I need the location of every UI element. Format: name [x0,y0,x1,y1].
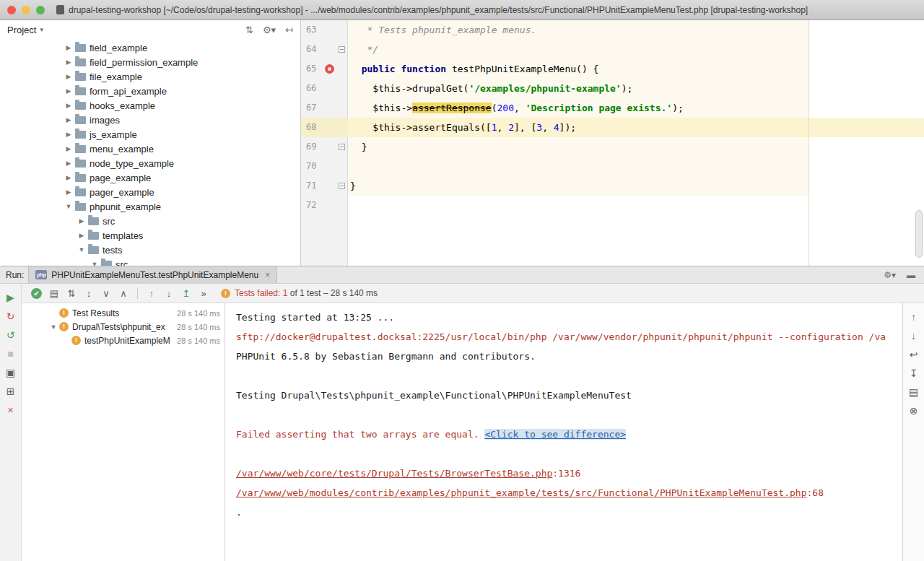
project-tree-item[interactable]: ▼phpunit_example [0,199,300,214]
restore-layout-icon[interactable]: ▣ [0,363,21,382]
project-tree-item[interactable]: ▶templates [0,228,300,243]
stack-trace-link[interactable]: /var/www/web/modules/contrib/examples/ph… [236,487,807,498]
close-window-button[interactable] [7,6,16,14]
next-stack-frame-icon[interactable]: ↓ [903,326,924,345]
editor-gutter[interactable]: 63 [301,20,348,40]
project-tree-item[interactable]: ▶node_type_example [0,156,300,170]
fold-marker-icon[interactable] [339,144,345,150]
editor-line[interactable]: 63 * Tests phpunit_example menus. [301,20,924,40]
editor-line[interactable]: 67 $this->assertResponse(200, 'Descripti… [301,98,924,118]
test-tree-item[interactable]: !testPhpUnitExampleM28 s 140 ms [22,334,225,347]
test-tree-item[interactable]: !Test Results28 s 140 ms [22,306,225,320]
settings-gear-icon[interactable]: ⚙▾ [263,25,276,35]
close-tab-icon[interactable]: × [265,270,270,280]
chevron-right-icon[interactable]: ▶ [64,73,74,80]
project-tree-item[interactable]: ▶images [0,113,300,127]
editor-gutter[interactable]: 66 [301,79,348,98]
sort-by-duration-icon[interactable]: ⇅ [63,288,80,299]
toggle-auto-test-icon[interactable]: ↺ [0,326,21,344]
editor-line[interactable]: 65 public function testPhpUnitExampleMen… [301,59,924,79]
project-tree-item[interactable]: ▼src [0,257,300,266]
test-tree-item[interactable]: ▼!Drupal\Tests\phpunit_ex28 s 140 ms [22,320,225,334]
project-tree-item[interactable]: ▼tests [0,243,300,257]
expand-all-icon[interactable]: ∨ [97,288,115,299]
editor[interactable]: 63 * Tests phpunit_example menus.64 */65… [301,20,924,266]
editor-line[interactable]: 71} [301,176,924,196]
hide-window-icon[interactable]: ▬ [907,270,915,280]
editor-gutter[interactable]: 65 [301,59,348,79]
chevron-right-icon[interactable]: ▶ [64,58,74,66]
hide-panel-icon[interactable]: ↤ [285,25,293,35]
sort-alphabetically-icon[interactable]: ↕ [80,288,97,299]
editor-gutter[interactable]: 67 [301,98,348,118]
fold-marker-icon[interactable] [339,183,345,189]
project-tree-item[interactable]: ▶field_permission_example [0,55,300,69]
minimize-window-button[interactable] [22,6,30,14]
project-tree-item[interactable]: ▶field_example [0,40,300,55]
editor-line[interactable]: 72 [301,196,924,215]
chevron-right-icon[interactable]: ▶ [64,131,74,138]
stack-trace-link[interactable]: /var/www/web/core/tests/Drupal/Tests/Bro… [236,468,552,479]
rerun-failed-tests-icon[interactable]: ↻ [0,307,21,326]
settings-gear-icon[interactable]: ⚙▾ [884,270,896,280]
soft-wrap-icon[interactable]: ↩ [903,345,924,364]
editor-gutter[interactable]: 64 [301,40,348,59]
editor-gutter[interactable]: 71 [301,176,348,196]
import-test-results-icon[interactable]: ↥ [178,288,195,299]
project-tree-item[interactable]: ▶page_example [0,170,300,185]
chevron-down-icon[interactable]: ▾ [40,26,43,33]
prev-stack-frame-icon[interactable]: ↑ [903,308,924,326]
editor-line[interactable]: 64 */ [301,40,924,59]
project-panel-title[interactable]: Project [7,25,36,35]
clear-all-icon[interactable]: ⊗ [903,401,924,420]
breakpoint-icon[interactable] [325,64,334,74]
more-options-icon[interactable]: » [195,288,212,299]
chevron-down-icon[interactable]: ▼ [90,261,100,266]
rerun-test-icon[interactable]: ▶ [0,288,21,307]
run-tab[interactable]: php PHPUnitExampleMenuTest.testPhpUnitEx… [28,266,277,283]
chevron-right-icon[interactable]: ▶ [64,174,74,181]
chevron-down-icon[interactable]: ▼ [48,323,59,331]
zoom-window-button[interactable] [36,6,45,14]
editor-gutter[interactable]: 70 [301,157,348,176]
chevron-right-icon[interactable]: ▶ [77,232,87,239]
chevron-right-icon[interactable]: ▶ [64,44,74,51]
project-tree-item[interactable]: ▶file_example [0,69,300,84]
editor-gutter[interactable]: 69 [301,137,348,157]
editor-line[interactable]: 68 $this->assertEquals([1, 2], [3, 4]); [301,118,924,137]
editor-gutter[interactable]: 68 [301,118,348,137]
editor-line[interactable]: 70 [301,157,924,176]
stop-icon[interactable]: ■ [0,344,21,363]
project-tree-item[interactable]: ▶js_example [0,127,300,142]
pin-tab-icon[interactable]: ⊞ [0,382,21,401]
chevron-right-icon[interactable]: ▶ [64,102,74,109]
project-tree-item[interactable]: ▶pager_example [0,185,300,199]
editor-line[interactable]: 66 $this->drupalGet('/examples/phpunit-e… [301,79,924,98]
project-tree-item[interactable]: ▶hooks_example [0,98,300,113]
project-tree-item[interactable]: ▶form_api_example [0,84,300,98]
editor-gutter[interactable]: 72 [301,196,348,215]
project-tree-item[interactable]: ▶src [0,214,300,228]
fold-marker-icon[interactable] [339,46,345,53]
next-failed-test-icon[interactable]: ↓ [160,288,178,299]
chevron-down-icon[interactable]: ▼ [64,203,74,210]
compact-mode-icon[interactable]: ⇅ [245,25,253,35]
previous-failed-test-icon[interactable]: ↑ [143,288,160,299]
chevron-down-icon[interactable]: ▼ [77,246,87,253]
show-passed-icon[interactable]: ✔ [31,288,42,299]
chevron-right-icon[interactable]: ▶ [64,160,74,167]
editor-line[interactable]: 69 } [301,137,924,157]
project-tree-item[interactable]: ▶menu_example [0,142,300,156]
chevron-right-icon[interactable]: ▶ [64,188,74,196]
console-output[interactable]: Testing started at 13:25 ...sftp://docke… [225,303,902,561]
chevron-right-icon[interactable]: ▶ [77,217,87,225]
collapse-all-icon[interactable]: ∧ [115,288,132,299]
chevron-right-icon[interactable]: ▶ [64,87,74,95]
chevron-right-icon[interactable]: ▶ [64,145,74,152]
close-icon[interactable]: × [0,401,21,419]
print-icon[interactable]: ▤ [903,383,924,401]
scroll-to-end-icon[interactable]: ↧ [903,364,924,383]
show-ignored-icon[interactable]: ▤ [45,288,63,299]
chevron-right-icon[interactable]: ▶ [64,116,74,123]
diff-link[interactable]: <Click to see difference> [484,429,626,440]
